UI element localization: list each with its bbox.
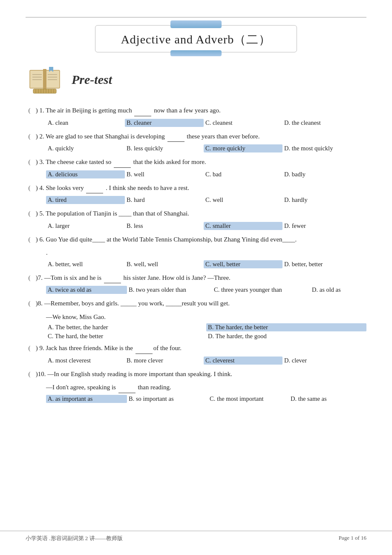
q9-text: ) 9. Jack has three friends. Mike is the… xyxy=(34,343,366,354)
q4-optB: B. hard xyxy=(125,196,204,204)
q6-optA: A. better, well xyxy=(46,260,125,268)
q5-text: ) 5. The population of Tianjin is ____ t… xyxy=(34,208,366,219)
q6-optD: D. better, better xyxy=(282,260,361,268)
q8-optB: B. The harder, the better xyxy=(206,323,366,331)
title-box: Adjective and Adverb（二） xyxy=(26,25,366,52)
pretest-label: Pre-test xyxy=(72,72,112,87)
pretest-section: Pre-test xyxy=(26,63,366,97)
q4-options: A. tired B. hard C. well D. hardly xyxy=(46,196,366,204)
q6-options: A. better, well B. well, well C. well, b… xyxy=(46,260,366,268)
question-4: ( ) 4. She looks very . I think she need… xyxy=(26,183,366,194)
q5-optC: C. smaller xyxy=(204,222,282,230)
q10-optC: C. the most important xyxy=(208,395,289,403)
q7-optA: A. twice as old as xyxy=(46,286,127,294)
footer: 小学英语 .形容词副词第 2 讲——教师版 Page 1 of 16 xyxy=(0,531,392,542)
page-title: Adjective and Adverb（二） xyxy=(121,33,271,46)
question-1: ( ) 1. The air in Beijing is getting muc… xyxy=(26,105,366,116)
q9-optC: C. cleverest xyxy=(204,357,282,365)
q6-optB: B. well, well xyxy=(125,260,204,268)
q10-optB: B. so important as xyxy=(127,395,208,403)
q10-sub-text: —I don't agree, speaking is than reading… xyxy=(46,382,366,393)
q7-optD: D. as old as xyxy=(310,286,361,294)
q8-options: A. The better, the harder B. The harder,… xyxy=(46,323,366,340)
q1-optA: A. clean xyxy=(46,119,125,127)
q9-blank xyxy=(135,354,153,354)
q4-optC: C. well xyxy=(204,196,282,204)
title-card: Adjective and Adverb（二） xyxy=(95,25,297,52)
q7-blank xyxy=(104,283,121,283)
q2-optB: B. less quickly xyxy=(125,144,204,152)
q9-options: A. most cleverest B. more clever C. clev… xyxy=(46,357,366,365)
q6-text: ) 6. Guo Yue did quite____ at the World … xyxy=(34,234,366,245)
q2-options: A. quickly B. less quickly C. more quick… xyxy=(46,144,366,152)
q10-text: )10. —In our English study reading is mo… xyxy=(34,369,366,380)
q5-optD: D. fewer xyxy=(282,222,361,230)
q5-paren-open: ( xyxy=(26,208,33,219)
q4-blank xyxy=(86,193,103,193)
q8-optC: C. The hard, the better xyxy=(46,332,206,340)
q8-text: )8. —Remember, boys and girls. _____ you… xyxy=(34,298,366,309)
q10-optA: A. as important as xyxy=(46,395,127,403)
q8-optD: D. The harder, the good xyxy=(206,332,366,340)
question-8: ( )8. —Remember, boys and girls. _____ y… xyxy=(26,298,366,309)
question-10: ( )10. —In our English study reading is … xyxy=(26,369,366,380)
q6-optC: C. well, better xyxy=(204,260,282,268)
q4-text: ) 4. She looks very . I think she needs … xyxy=(34,183,366,194)
top-divider xyxy=(26,17,366,17)
question-7: ( )7. —Tom is six and he is his sister J… xyxy=(26,273,366,284)
q4-optA: A. tired xyxy=(46,196,125,204)
q10-optD: D. the same as xyxy=(289,395,340,403)
q9-paren-open: ( xyxy=(26,343,33,353)
q1-paren-open: ( xyxy=(26,105,33,115)
q3-options: A. delicious B. well C. bad D. badly xyxy=(46,170,366,178)
q3-optB: B. well xyxy=(125,170,204,178)
q7-optB: B. two years older than xyxy=(127,286,212,294)
page: Adjective and Adverb（二） xyxy=(0,0,392,441)
footer-left: 小学英语 .形容词副词第 2 讲——教师版 xyxy=(26,535,123,542)
q6-paren-open: ( xyxy=(26,234,33,244)
q1-optD: D. the cleanest xyxy=(282,119,361,127)
question-2: ( ) 2. We are glad to see that Shanghai … xyxy=(26,131,366,142)
q2-blank xyxy=(167,141,184,142)
q9-optD: D. clever xyxy=(282,357,361,365)
footer-right: Page 1 of 16 xyxy=(339,535,366,542)
svg-rect-0 xyxy=(30,70,43,88)
q8-paren-open: ( xyxy=(26,298,33,308)
q7-optC: C. three years younger than xyxy=(212,286,310,294)
book-icon xyxy=(26,63,64,97)
q3-text: ) 3. The cheese cake tasted so that the … xyxy=(34,157,366,168)
q5-optB: B. less xyxy=(125,222,204,230)
q6-dot: . xyxy=(46,247,366,259)
q1-optC: C. cleanest xyxy=(204,119,282,127)
q2-optD: D. the most quickly xyxy=(282,144,361,152)
svg-rect-1 xyxy=(46,70,60,88)
q7-text: )7. —Tom is six and he is his sister Jan… xyxy=(34,273,366,284)
q3-blank xyxy=(114,167,131,168)
question-3: ( ) 3. The cheese cake tasted so that th… xyxy=(26,157,366,168)
q1-text: ) 1. The air in Beijing is getting much … xyxy=(34,105,366,116)
question-9: ( ) 9. Jack has three friends. Mike is t… xyxy=(26,343,366,354)
q2-optA: A. quickly xyxy=(46,144,125,152)
q8-sub: —We know, Miss Gao. xyxy=(46,312,366,323)
q9-optB: B. more clever xyxy=(125,357,204,365)
q3-optA: A. delicious xyxy=(46,170,125,178)
question-5: ( ) 5. The population of Tianjin is ____… xyxy=(26,208,366,219)
q1-optB: B. cleaner xyxy=(125,119,204,127)
q7-options: A. twice as old as B. two years older th… xyxy=(46,286,366,294)
q7-paren-open: ( xyxy=(26,273,33,283)
q10-options: A. as important as B. so important as C.… xyxy=(46,395,366,403)
q10-sub: —I don't agree, speaking is than reading… xyxy=(46,382,366,393)
q4-optD: D. hardly xyxy=(282,196,361,204)
q9-optA: A. most cleverest xyxy=(46,357,125,365)
q3-optC: C. bad xyxy=(204,170,282,178)
q10-blank xyxy=(118,393,135,393)
q1-options: A. clean B. cleaner C. cleanest D. the c… xyxy=(46,119,366,127)
svg-rect-2 xyxy=(43,69,46,89)
q2-text: ) 2. We are glad to see that Shanghai is… xyxy=(34,131,366,142)
q2-paren-open: ( xyxy=(26,131,33,141)
q2-optC: C. more quickly xyxy=(204,144,282,152)
q5-optA: A. larger xyxy=(46,222,125,230)
q4-paren-open: ( xyxy=(26,183,33,193)
q3-optD: D. badly xyxy=(282,170,361,178)
question-6: ( ) 6. Guo Yue did quite____ at the Worl… xyxy=(26,234,366,245)
